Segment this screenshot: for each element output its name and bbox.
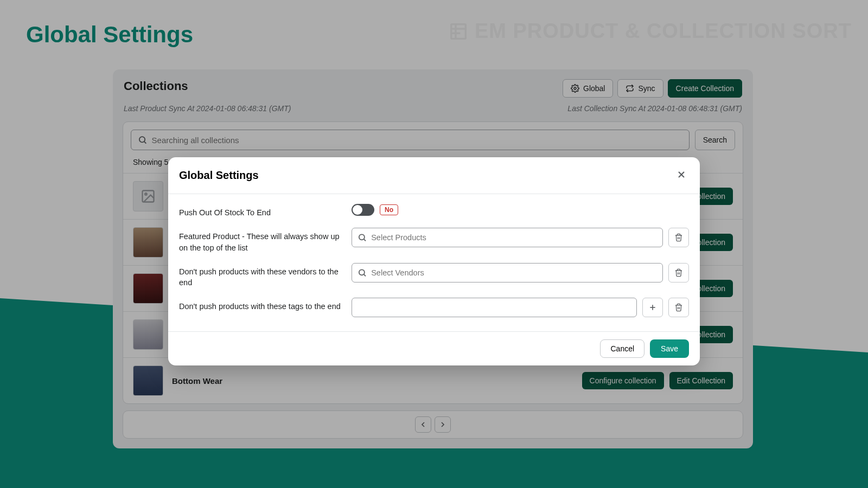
search-icon [358, 233, 367, 242]
delete-featured-button[interactable] [668, 228, 689, 247]
close-icon [676, 169, 687, 180]
toggle-badge: No [380, 204, 398, 215]
vendors-input[interactable] [371, 268, 657, 277]
featured-products-input[interactable] [371, 233, 657, 242]
trash-icon [674, 303, 683, 312]
cancel-button[interactable]: Cancel [600, 339, 644, 358]
featured-label: Featured Product - These will always sho… [179, 228, 342, 253]
push-oos-label: Push Out Of Stock To End [179, 204, 342, 218]
delete-tags-button[interactable] [668, 298, 689, 317]
search-icon [358, 268, 367, 278]
add-tag-button[interactable] [642, 298, 663, 317]
push-oos-toggle[interactable] [352, 204, 374, 216]
vendors-label: Don't push products with these vendors t… [179, 263, 342, 288]
svg-line-13 [364, 240, 366, 241]
tags-label: Don't push products with these tags to t… [179, 298, 342, 312]
featured-products-select[interactable] [352, 228, 663, 247]
vendors-select[interactable] [352, 263, 663, 282]
save-button[interactable]: Save [650, 339, 689, 358]
svg-point-14 [359, 269, 365, 275]
close-button[interactable] [674, 167, 689, 184]
svg-point-12 [359, 235, 365, 240]
tags-input[interactable] [358, 303, 631, 312]
trash-icon [674, 233, 683, 242]
trash-icon [674, 268, 683, 277]
delete-vendors-button[interactable] [668, 263, 689, 282]
tags-input-wrap[interactable] [352, 298, 637, 317]
plus-icon [648, 303, 657, 312]
svg-line-15 [364, 274, 366, 276]
global-settings-modal: Global Settings Push Out Of Stock To End… [168, 157, 700, 365]
modal-title: Global Settings [179, 169, 259, 182]
